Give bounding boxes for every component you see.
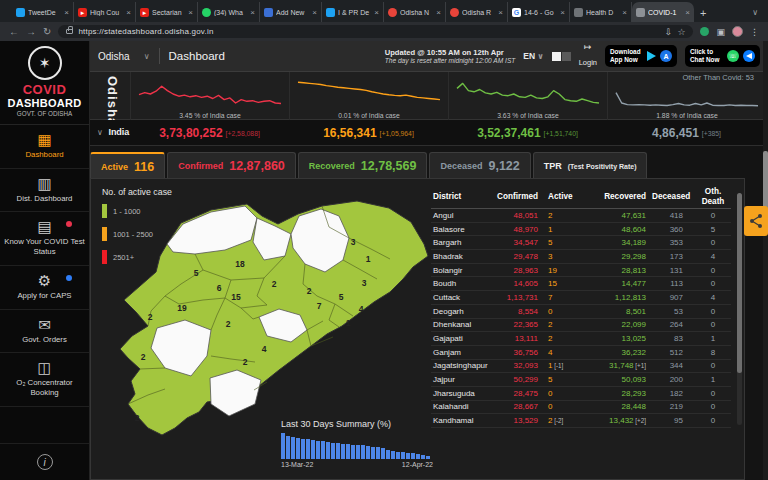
tab-close-icon[interactable]: × (188, 8, 193, 17)
address-bar[interactable]: https://statedashboard.odisha.gov.in ⇩ ☆ (58, 25, 693, 38)
login-button[interactable]: ↦ Login (579, 43, 597, 69)
table-row-jharsuguda[interactable]: Jharsuguda28,475028,2931820 (431, 387, 731, 401)
install-icon[interactable]: ⇩ (665, 27, 673, 37)
page-title: Dashboard (169, 50, 225, 62)
url-text[interactable]: https://statedashboard.odisha.gov.in (78, 27, 213, 36)
table-row-bhadrak[interactable]: Bhadrak29,478329,2981734 (431, 250, 731, 264)
table-row-bolangir[interactable]: Bolangir28,9631928,8131310 (431, 264, 731, 278)
theme-toggle[interactable] (552, 52, 571, 61)
state-selector-value: Odisha (98, 51, 130, 62)
map-label: 2 (135, 413, 140, 423)
tab-close-icon[interactable]: × (126, 8, 131, 17)
browser-tab-add-new[interactable]: Add New× (260, 2, 322, 22)
tab-search-chevron-icon[interactable]: ∨ (752, 8, 758, 17)
profile-avatar[interactable] (732, 26, 743, 37)
table-scrollbar-thumb[interactable] (737, 193, 742, 373)
tab-tpr[interactable]: TPR(Test Positivity Rate) (533, 152, 648, 179)
new-tab-button[interactable]: + (700, 7, 706, 19)
sidebar-item-dashboard[interactable]: ▦Dashboard (0, 125, 89, 169)
table-row-kandhamal[interactable]: Kandhamal13,5292 [-2]13,432 [+2]950 (431, 414, 731, 428)
table-row-balasore[interactable]: Balasore48,970148,6043605 (431, 223, 731, 237)
summary-bar (336, 443, 340, 459)
table-row-deogarh[interactable]: Deogarh8,55408,501530 (431, 305, 731, 319)
table-row-ganjam[interactable]: Ganjam36,756436,2325128 (431, 346, 731, 360)
tab-close-icon[interactable]: × (622, 8, 627, 17)
browser-tab-health-d[interactable]: Health D× (570, 2, 632, 22)
whatsapp-icon[interactable]: ☏ (727, 50, 739, 62)
tab-close-icon[interactable]: × (312, 8, 317, 17)
tab-close-icon[interactable]: × (498, 8, 503, 17)
column-header-confirmed[interactable]: Confirmed (486, 192, 544, 201)
browser-tab-i-pr-de[interactable]: I & PR De× (322, 2, 384, 22)
browser-tab-14-6-go[interactable]: G14-6 - Go× (508, 2, 570, 22)
tab-active[interactable]: Active116 (90, 152, 165, 179)
column-header-active[interactable]: Active (544, 192, 590, 201)
youtube-favicon: ▸ (78, 8, 87, 17)
bookmark-star-icon[interactable]: ☆ (677, 27, 685, 37)
india-row-label[interactable]: ∨ India (97, 127, 129, 137)
tab-close-icon[interactable]: × (250, 8, 255, 17)
table-row-kalahandi[interactable]: Kalahandi28,667028,4482190 (431, 401, 731, 415)
india-row[interactable]: ∨ India 3,73,80,252[+2,58,088]16,56,341[… (90, 120, 768, 146)
browser-tab-high-cou[interactable]: ▸High Cou× (74, 2, 136, 22)
cell-confirmed: 13,529 (486, 416, 544, 425)
browser-tab-sectarian[interactable]: ▸Sectarian× (136, 2, 198, 22)
page-scrollbar[interactable] (763, 41, 768, 480)
chat-button[interactable]: Click to Chat Now ☏ (685, 45, 760, 66)
state-selector[interactable]: Odisha ∨ (98, 51, 150, 62)
sidebar-item-apply-for-caps[interactable]: ⚙Apply for CAPS (0, 266, 89, 310)
cell-oth-death: 0 (695, 266, 731, 275)
cell-confirmed: 1,13,731 (486, 293, 544, 302)
share-button[interactable] (744, 206, 768, 236)
messenger-icon[interactable] (743, 50, 755, 62)
sidebar-item-dist-dashboard[interactable]: ▥Dist. Dashboard (0, 169, 89, 213)
table-row-gajapati[interactable]: Gajapati13,111213,025831 (431, 332, 731, 346)
browser-tab-tweetde[interactable]: TweetDe× (12, 2, 74, 22)
column-header-district[interactable]: District (431, 192, 486, 201)
language-selector[interactable]: EN ∨ (523, 51, 543, 61)
browser-menu-kebab-icon[interactable]: ⋮ (750, 27, 759, 37)
browser-tab-covid-1[interactable]: COVID-1× (632, 2, 694, 22)
odisha-district-map[interactable]: 18531236215574192124222 (107, 199, 437, 443)
browser-tab-odisha-r[interactable]: Odisha R× (446, 2, 508, 22)
cell-oth-death: 0 (695, 307, 731, 316)
play-store-icon[interactable] (647, 51, 656, 61)
cell-recovered: 28,813 (590, 266, 652, 275)
tab-confirmed[interactable]: Confirmed12,87,860 (167, 152, 296, 179)
table-row-jajpur[interactable]: Jajpur50,299550,0932001 (431, 373, 731, 387)
download-app-button[interactable]: Download App Now A (605, 45, 677, 66)
tab-deceased[interactable]: Deceased9,122 (429, 152, 530, 179)
table-row-boudh[interactable]: Boudh14,6051514,4771130 (431, 277, 731, 291)
extension-green-icon[interactable] (700, 27, 709, 36)
extensions-puzzle-icon[interactable]: ▣ (716, 27, 725, 37)
last-30-days-bars[interactable] (281, 433, 433, 459)
sidebar-item-o-concentrator-booking[interactable]: ◫O₂ Concentrator Booking (0, 353, 89, 406)
back-icon[interactable]: ← (9, 27, 19, 37)
tab-close-icon[interactable]: × (374, 8, 379, 17)
table-row-angul[interactable]: Angul48,051247,6314180 (431, 209, 731, 223)
value-delta: [+1,05,964] (380, 130, 414, 137)
table-row-dhenkanal[interactable]: Dhenkanal22,365222,0992640 (431, 319, 731, 333)
tab-close-icon[interactable]: × (560, 8, 565, 17)
browser-tab-34-wha[interactable]: (34) Wha× (198, 2, 260, 22)
cell-active: 0 (544, 402, 590, 411)
column-header-oth-death[interactable]: Oth. Death (695, 187, 731, 205)
tab-close-icon[interactable]: × (64, 8, 69, 17)
forward-icon[interactable]: → (26, 27, 36, 37)
sidebar-info[interactable]: i (0, 443, 89, 480)
app-store-icon[interactable]: A (660, 50, 672, 62)
reload-icon[interactable]: ↻ (43, 27, 51, 37)
column-header-recovered[interactable]: Recovered (590, 192, 652, 201)
table-scrollbar[interactable] (737, 193, 742, 425)
table-row-cuttack[interactable]: Cuttack1,13,73171,12,8139074 (431, 291, 731, 305)
cell-district: Jharsuguda (431, 389, 486, 398)
table-row-bargarh[interactable]: Bargarh34,547534,1893530 (431, 236, 731, 250)
tab-close-icon[interactable]: × (436, 8, 441, 17)
tab-recovered[interactable]: Recovered12,78,569 (298, 152, 428, 179)
browser-tab-odisha-n[interactable]: Odisha N× (384, 2, 446, 22)
table-row-jagatsinghapur[interactable]: Jagatsinghapur32,0931 [-1]31,748 [+1]344… (431, 360, 731, 374)
column-header-deceased[interactable]: Deceased (652, 192, 695, 201)
tab-close-icon[interactable]: × (685, 8, 690, 17)
sidebar-item-know-your-covid-test-status[interactable]: ▤Know Your COVID Test Status (0, 212, 89, 265)
sidebar-item-govt-orders[interactable]: ✉Govt. Orders (0, 310, 89, 354)
